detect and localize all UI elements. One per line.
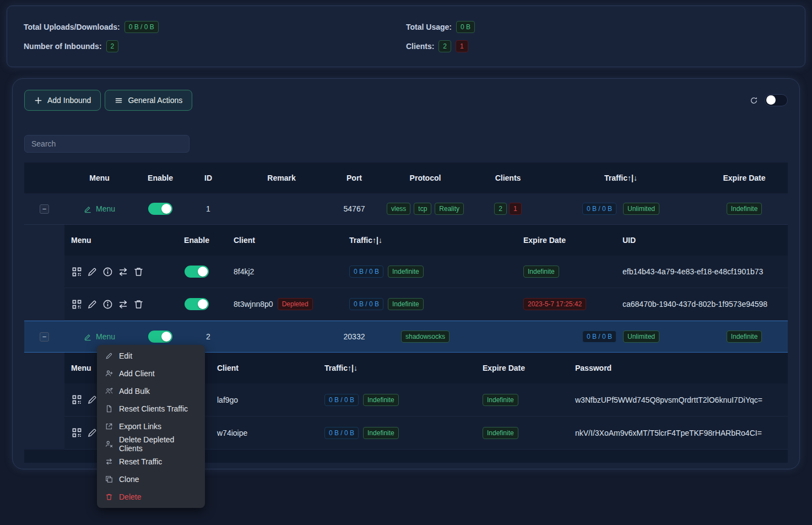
col-header-password: Password — [569, 364, 788, 372]
menu-item-edit[interactable]: Edit — [97, 347, 205, 365]
collapse-button[interactable]: − — [40, 332, 49, 342]
col-header-menu: Menu — [64, 174, 134, 182]
protocol-tag: tcp — [414, 203, 431, 215]
edit-icon[interactable] — [87, 394, 98, 405]
inbound-traffic: 0 B / 0 B Unlimited — [541, 203, 701, 215]
stats-left-column: Total Uploads/Downloads: 0 B / 0 B Numbe… — [24, 21, 406, 52]
client-actions — [64, 267, 166, 277]
edit-icon[interactable] — [87, 427, 98, 438]
menu-item-delete[interactable]: Delete — [97, 488, 205, 506]
delete-icon — [105, 493, 113, 501]
edit-icon — [105, 352, 113, 360]
export-icon — [105, 423, 113, 430]
col-header-remark: Remark — [230, 174, 333, 182]
col-header-traffic[interactable]: Traffic↑|↓ — [541, 174, 701, 182]
refresh-icon[interactable] — [750, 96, 758, 105]
col-header-expire-date: Expire Date — [517, 236, 616, 245]
col-header-port: Port — [333, 174, 376, 182]
menu-item-clone[interactable]: Clone — [97, 470, 205, 488]
stat-label: Clients: — [406, 42, 434, 51]
general-actions-label: General Actions — [128, 96, 182, 105]
user-add-icon — [105, 370, 113, 377]
info-icon[interactable] — [102, 267, 113, 277]
auto-refresh-toggle[interactable] — [765, 94, 788, 106]
traffic-badge: 0 B / 0 B — [582, 203, 616, 215]
menu-item-reset-clients-traffic[interactable]: Reset Clients Traffic — [97, 400, 205, 418]
inbounds-count-badge: 2 — [106, 40, 119, 52]
uploads-downloads-badge: 0 B / 0 B — [124, 21, 159, 33]
client-name: laf9go — [210, 396, 318, 404]
client-name: w74ioipe — [210, 429, 318, 437]
enable-toggle[interactable] — [148, 331, 172, 343]
client-name-cell: 8t3wjnn8p0 Depleted — [227, 298, 343, 310]
qr-code-icon[interactable] — [72, 267, 82, 277]
general-actions-button[interactable]: General Actions — [105, 90, 192, 111]
qr-code-icon[interactable] — [72, 427, 82, 438]
expire-badge: Indefinite — [727, 203, 762, 215]
add-inbound-button[interactable]: Add Inbound — [24, 90, 101, 111]
toggle-knob — [161, 332, 171, 342]
edit-icon — [84, 205, 92, 213]
client-table-header: Menu Enable Client Traffic↑|↓ Expire Dat… — [64, 225, 788, 256]
delete-icon[interactable] — [133, 299, 144, 310]
menu-item-delete-depleted-clients[interactable]: Delete Depleted Clients — [97, 435, 205, 453]
toggle-knob — [198, 299, 208, 309]
expire-badge: Indefinite — [483, 427, 518, 439]
reset-traffic-icon[interactable] — [118, 267, 128, 277]
col-header-client: Client — [210, 364, 318, 372]
reset-traffic-icon — [105, 458, 113, 466]
enable-toggle[interactable] — [148, 203, 172, 215]
toolbar-right — [750, 94, 788, 106]
collapse-button[interactable]: − — [40, 204, 49, 214]
delete-icon[interactable] — [133, 267, 144, 277]
inbound-context-menu: Edit Add Client Add Bulk Reset Clients T… — [97, 345, 205, 508]
traffic-limit-badge: Indefinite — [363, 427, 399, 439]
menu-item-label: Add Bulk — [119, 387, 150, 396]
inbound-menu-button[interactable]: Menu — [84, 332, 115, 341]
inbound-menu-button[interactable]: Menu — [84, 204, 115, 213]
col-header-traffic[interactable]: Traffic↑|↓ — [343, 236, 517, 245]
menu-bars-icon — [115, 96, 123, 105]
menu-item-reset-traffic[interactable]: Reset Traffic — [97, 453, 205, 470]
client-traffic: 0 B / 0 B Indefinite — [318, 427, 476, 439]
inbound-id: 2 — [186, 332, 230, 341]
stat-total-usage: Total Usage: 0 B — [406, 21, 788, 33]
qr-code-icon[interactable] — [72, 394, 82, 405]
enable-toggle[interactable] — [185, 266, 209, 278]
edit-icon[interactable] — [87, 267, 98, 277]
search-input[interactable] — [24, 135, 190, 153]
menu-item-label: Delete — [119, 492, 141, 501]
reset-traffic-icon[interactable] — [118, 299, 128, 310]
traffic-limit-badge: Unlimited — [623, 203, 659, 215]
inbound-protocols: shadowsocks — [376, 331, 475, 343]
menu-item-label: Clone — [119, 475, 139, 484]
traffic-limit-badge: Indefinite — [388, 298, 424, 310]
inbound-menu-label: Menu — [96, 204, 115, 213]
menu-item-add-client[interactable]: Add Client — [97, 365, 205, 382]
col-header-client: Client — [227, 236, 343, 245]
menu-item-label: Export Links — [119, 422, 161, 431]
edit-icon[interactable] — [87, 299, 98, 310]
stats-right-column: Total Usage: 0 B Clients: 2 1 — [406, 21, 788, 52]
col-header-protocol: Protocol — [376, 174, 475, 182]
client-name: 8f4kj2 — [227, 267, 343, 276]
inbound-row-1[interactable]: − Menu 1 54767 vless tcp Reality 2 1 0 — [24, 193, 788, 225]
enable-toggle[interactable] — [185, 298, 209, 310]
client-table-inbound-1: Menu Enable Client Traffic↑|↓ Expire Dat… — [64, 225, 788, 321]
plus-icon — [34, 96, 42, 105]
protocol-tag: vless — [387, 203, 410, 215]
menu-item-add-bulk[interactable]: Add Bulk — [97, 382, 205, 400]
qr-code-icon[interactable] — [72, 299, 82, 310]
col-header-traffic[interactable]: Traffic↑|↓ — [318, 364, 476, 372]
client-password: nkV/I/3XoAm9v6xMT/T5lcrF4TpeTKF98rHARbRo… — [569, 429, 788, 437]
clients-ok-badge: 2 — [439, 40, 451, 52]
clients-ok-badge: 2 — [494, 203, 507, 215]
info-icon[interactable] — [102, 299, 113, 310]
stat-label: Total Usage: — [406, 23, 452, 31]
inbound-port: 20332 — [333, 332, 376, 341]
expire-badge: Indefinite — [727, 331, 762, 343]
traffic-badge: 0 B / 0 B — [349, 266, 383, 278]
menu-item-export-links[interactable]: Export Links — [97, 418, 205, 435]
traffic-limit-badge: Indefinite — [388, 266, 424, 278]
col-header-expire-date: Expire Date — [476, 364, 569, 372]
